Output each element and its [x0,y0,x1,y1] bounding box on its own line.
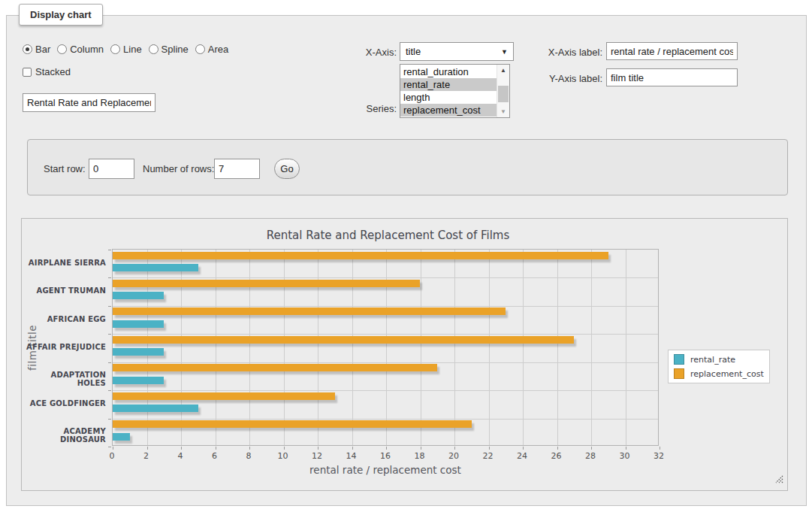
x-axis-label-field[interactable] [606,42,738,60]
scroll-down-icon[interactable]: ▼ [497,106,509,117]
rows-panel [27,139,788,195]
axis-tick [626,447,626,450]
chart-title: Rental Rate and Replacement Cost of Film… [22,229,754,242]
x-tick-label: 0 [110,451,115,461]
radio-label: Area [208,44,228,55]
chart-legend: rental_ratereplacement_cost [668,350,770,383]
axis-tick [523,447,524,450]
radio-label: Spline [161,44,189,55]
chart-title-input[interactable] [23,93,155,112]
x-axis-select[interactable]: title ▼ [400,42,514,61]
radio-icon [195,44,205,54]
axis-tick [108,447,111,447]
axis-tick [249,447,250,450]
x-tick-label: 18 [415,451,425,461]
grid-line [113,277,658,278]
series-option-length[interactable]: length [400,91,497,104]
bar-segment [113,404,198,412]
legend-swatch [674,368,684,379]
num-rows-label: Number of rows: [143,163,214,174]
category-label: ACADEMY DINOSAUR [22,427,106,444]
x-tick-label: 30 [620,451,630,461]
series-listbox[interactable]: rental_durationrental_ratelengthreplacem… [400,64,510,118]
axis-tick [489,447,490,450]
x-axis-select-label: X-Axis: [323,47,397,58]
series-option-replacement_cost[interactable]: replacement_cost [400,104,497,117]
scroll-thumb[interactable] [498,86,509,102]
grid-line [489,250,490,445]
start-row-input[interactable] [89,159,134,179]
axis-tick [108,362,111,363]
grid-line [557,250,558,445]
radio-label: Bar [35,44,50,55]
legend-entry: replacement_cost [674,368,764,379]
series-listbox-label: Series: [323,103,397,114]
radio-icon [57,44,67,54]
series-options: rental_durationrental_ratelengthreplacem… [400,65,497,117]
stacked-label: Stacked [35,66,71,77]
x-tick-label: 32 [654,451,664,461]
bar-segment [113,336,574,344]
series-option-rental_duration[interactable]: rental_duration [400,65,497,78]
x-tick-label: 16 [380,451,391,461]
x-axis-select-value: title [406,46,421,57]
start-row-label: Start row: [44,163,86,174]
bar-segment [113,392,335,400]
go-button[interactable]: Go [274,159,300,179]
num-rows-input[interactable] [214,159,260,179]
category-label: AFRICAN EGG [22,315,106,323]
grid-line [113,306,658,307]
x-tick-label: 28 [585,451,596,461]
chart-type-radios: BarColumnLineSplineArea [23,41,228,56]
grid-line [113,390,658,391]
chart-type-bar[interactable]: Bar [23,44,50,55]
legend-swatch [674,354,684,365]
x-tick-label: 26 [551,451,562,461]
grid-line [523,250,524,445]
legend-entry: rental_rate [674,354,764,365]
chart-type-spline[interactable]: Spline [149,44,189,55]
x-tick-label: 20 [448,451,459,461]
radio-label: Line [123,44,142,55]
axis-tick [108,306,111,307]
listbox-scrollbar[interactable]: ▲ ▼ [497,65,509,117]
category-label: AIRPLANE SIERRA [22,259,106,267]
x-tick-label: 14 [346,451,357,461]
fieldset-legend: Display chart [19,4,103,26]
chart-type-area[interactable]: Area [195,44,228,55]
grid-line [113,419,658,420]
chart-type-line[interactable]: Line [110,44,142,55]
axis-tick [181,447,182,450]
series-option-rental_rate[interactable]: rental_rate [400,78,497,91]
bar-segment [113,420,472,428]
bar-segment [113,320,164,328]
grid-line [454,250,455,445]
grid-line [113,362,658,363]
stacked-checkbox[interactable]: Stacked [23,66,71,77]
x-tick-label: 10 [278,451,288,461]
category-label: ADAPTATION HOLES [22,371,106,387]
chart-type-column[interactable]: Column [57,44,104,55]
axis-tick [386,447,387,450]
axis-tick [454,447,455,450]
bar-segment [113,433,130,441]
y-axis-label-caption: Y-Axis label: [530,73,602,84]
axis-tick [352,447,353,450]
legend-label: rental_rate [690,355,735,365]
y-axis-label-field[interactable] [606,68,738,86]
axis-tick [108,390,111,391]
grid-line [591,250,592,445]
x-tick-label: 2 [143,451,149,461]
x-tick-label: 22 [483,451,494,461]
scroll-up-icon[interactable]: ▲ [497,65,509,76]
axis-tick [108,334,111,335]
resize-grip-icon[interactable] [775,475,783,483]
x-tick-label: 24 [517,451,527,461]
x-axis-title: rental rate / replacement cost [112,464,659,476]
axis-tick [284,447,285,450]
radio-label: Column [70,44,104,55]
axis-tick [557,447,558,450]
axis-tick [216,447,216,450]
bar-segment [113,308,506,315]
category-label: ACE GOLDFINGER [22,399,106,407]
